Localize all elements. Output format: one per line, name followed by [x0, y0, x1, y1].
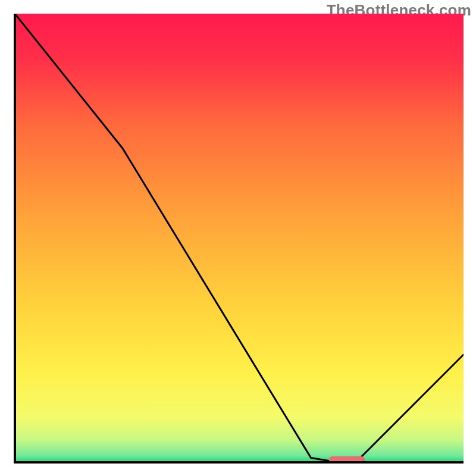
chart-svg — [14, 14, 464, 464]
chart-stage: TheBottleneck.com — [0, 0, 476, 476]
gradient-background — [15, 14, 464, 462]
plot-area — [14, 14, 464, 464]
